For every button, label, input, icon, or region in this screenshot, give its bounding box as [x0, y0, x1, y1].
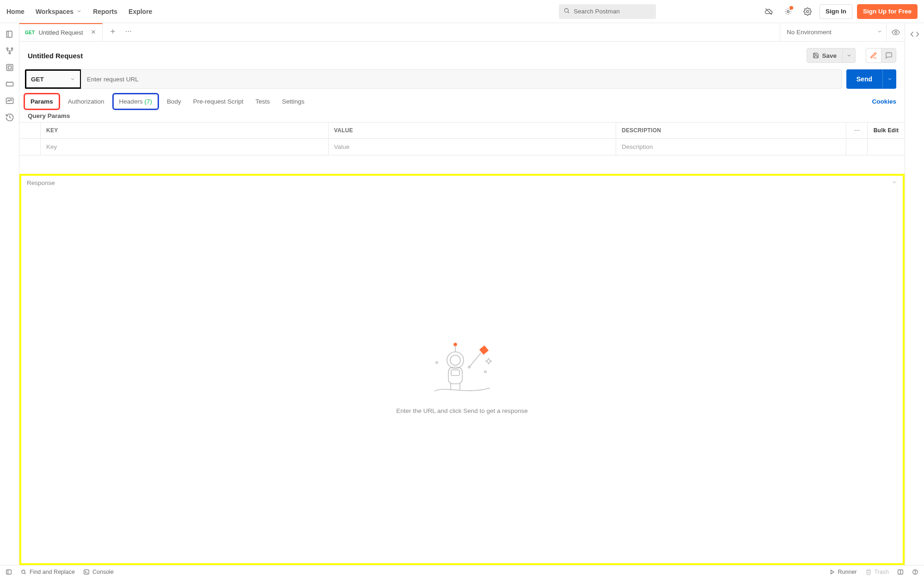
svg-line-1	[568, 12, 569, 13]
svg-point-7	[9, 52, 10, 54]
environment-label: No Environment	[787, 29, 832, 36]
value-input[interactable]: Value	[329, 139, 617, 155]
response-title: Response	[27, 179, 55, 186]
cell-empty	[868, 139, 905, 155]
url-input[interactable]: Enter request URL	[81, 70, 841, 88]
method-value: GET	[31, 76, 44, 83]
response-body: Enter the URL and click Send to get a re…	[21, 190, 903, 563]
nav-reports[interactable]: Reports	[93, 8, 117, 15]
col-description: DESCRIPTION	[616, 123, 846, 139]
url-placeholder: Enter request URL	[87, 76, 139, 83]
environments-icon[interactable]	[5, 63, 14, 72]
send-options-button[interactable]	[882, 69, 896, 89]
svg-point-16	[126, 31, 127, 32]
search-input[interactable]: Search Postman	[559, 4, 656, 19]
query-params-label: Query Params	[19, 110, 905, 122]
tab-headers[interactable]: Headers (7)	[115, 95, 157, 108]
runner-label: Runner	[838, 569, 857, 575]
tab-headers-count: (7)	[144, 98, 152, 105]
topbar: Home Workspaces Reports Explore Search P…	[0, 0, 924, 23]
tabs-actions	[103, 23, 139, 41]
svg-point-32	[436, 362, 438, 363]
nav-explore[interactable]: Explore	[129, 8, 152, 15]
save-button[interactable]: Save	[807, 48, 843, 63]
comment-icon[interactable]	[881, 49, 896, 62]
svg-point-24	[450, 355, 460, 365]
method-selector[interactable]: GET	[25, 69, 81, 89]
col-checkbox	[19, 123, 41, 139]
tab-headers-label: Headers	[119, 98, 143, 105]
svg-point-22	[858, 130, 859, 131]
help-icon[interactable]	[912, 569, 918, 575]
tab-tests[interactable]: Tests	[253, 95, 272, 108]
row-checkbox[interactable]	[19, 139, 41, 155]
col-key: KEY	[41, 123, 329, 139]
chevron-down-icon	[76, 8, 82, 15]
description-input[interactable]: Description	[616, 139, 846, 155]
spacer	[139, 23, 780, 41]
chevron-down-icon	[877, 29, 882, 36]
console-button[interactable]: Console	[83, 569, 114, 575]
trash-label: Trash	[875, 569, 889, 575]
send-button[interactable]: Send	[846, 69, 882, 89]
tab-method: GET	[25, 30, 35, 35]
runner-button[interactable]: Runner	[829, 569, 857, 575]
gear-icon[interactable]	[800, 4, 815, 19]
layout-icon[interactable]	[897, 569, 904, 575]
history-icon[interactable]	[5, 113, 14, 122]
request-tab[interactable]: GET Untitled Request	[19, 23, 103, 41]
request-title[interactable]: Untitled Request	[28, 52, 83, 60]
statusbar: Find and Replace Console Runner Trash	[0, 565, 924, 578]
monitors-icon[interactable]	[5, 96, 14, 105]
sign-up-button[interactable]: Sign Up for Free	[857, 4, 918, 19]
tab-authorization[interactable]: Authorization	[66, 95, 106, 108]
tab-options-icon[interactable]	[125, 28, 132, 37]
tab-settings[interactable]: Settings	[280, 95, 306, 108]
trash-button[interactable]: Trash	[865, 569, 889, 575]
edit-icon[interactable]	[866, 49, 881, 62]
nav-workspaces[interactable]: Workspaces	[36, 8, 82, 15]
svg-point-21	[857, 130, 857, 131]
save-button-label: Save	[822, 52, 837, 59]
tab-prerequest[interactable]: Pre-request Script	[191, 95, 245, 108]
new-tab-button[interactable]	[109, 28, 116, 37]
collections-icon[interactable]	[5, 30, 14, 39]
close-icon[interactable]	[90, 29, 97, 37]
save-options-button[interactable]	[843, 48, 856, 63]
sign-in-button[interactable]: Sign In	[820, 4, 852, 19]
mock-servers-icon[interactable]	[5, 80, 14, 89]
apis-icon[interactable]	[5, 46, 14, 55]
tab-params[interactable]: Params	[26, 95, 58, 108]
find-replace-label: Find and Replace	[30, 569, 75, 575]
tab-body[interactable]: Body	[165, 95, 183, 108]
svg-rect-28	[451, 370, 459, 375]
response-header: Response	[21, 176, 903, 190]
response-empty-text: Enter the URL and click Send to get a re…	[396, 407, 528, 414]
save-group: Save	[807, 48, 856, 63]
svg-point-19	[894, 31, 897, 33]
url-row: GET Enter request URL Send	[19, 66, 905, 93]
capture-icon[interactable]	[781, 4, 795, 19]
table-row: Key Value Description	[19, 139, 905, 155]
url-box: GET Enter request URL	[25, 69, 842, 89]
cloud-offline-icon[interactable]	[761, 4, 776, 19]
cookies-link[interactable]: Cookies	[872, 98, 896, 105]
send-group: Send	[846, 69, 896, 89]
nav-home[interactable]: Home	[6, 8, 24, 15]
columns-options-icon[interactable]	[846, 123, 868, 139]
topbar-right: Sign In Sign Up for Free	[761, 4, 918, 19]
bulk-edit-button[interactable]: Bulk Edit	[868, 123, 905, 139]
edit-group	[866, 48, 896, 63]
key-input[interactable]: Key	[41, 139, 329, 155]
svg-line-37	[24, 573, 26, 574]
sidebar-toggle-icon[interactable]	[6, 569, 12, 575]
chevron-down-icon[interactable]	[892, 179, 897, 186]
environment-selector[interactable]: No Environment	[780, 23, 886, 41]
environment-quicklook-icon[interactable]	[886, 23, 905, 41]
app-body: GET Untitled Request No Environment	[0, 23, 924, 565]
svg-point-6	[11, 48, 12, 49]
right-rail	[905, 23, 924, 565]
code-icon[interactable]	[910, 30, 919, 39]
find-replace-button[interactable]: Find and Replace	[20, 569, 75, 575]
svg-point-4	[807, 10, 809, 12]
